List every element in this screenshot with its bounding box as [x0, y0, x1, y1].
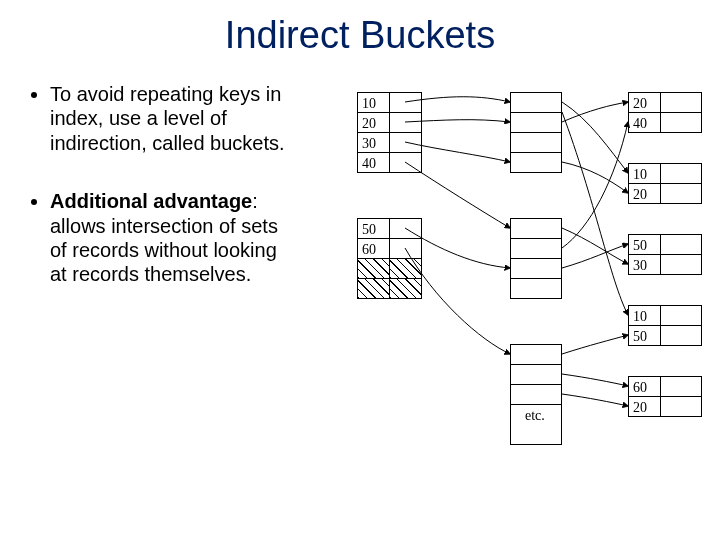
arrows-overlay [0, 0, 720, 540]
slide: Indirect Buckets To avoid repeating keys… [0, 0, 720, 540]
